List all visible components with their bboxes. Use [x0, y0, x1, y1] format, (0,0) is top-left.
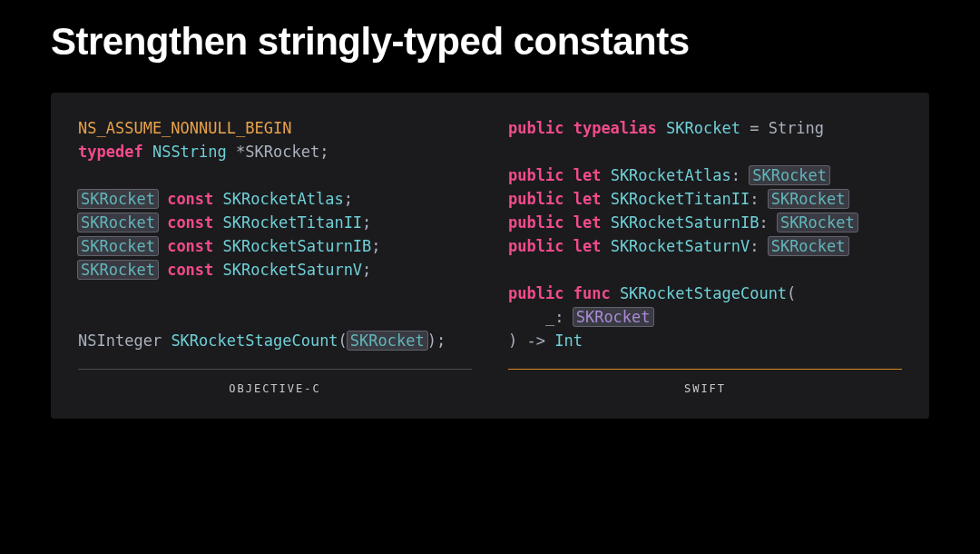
- objc-const-kw-2: const: [167, 237, 213, 255]
- objc-typedef-kw: typedef: [78, 143, 143, 161]
- swift-public-2: public: [508, 190, 564, 208]
- objc-const-type-0: SKRocket: [77, 189, 159, 209]
- swift-equals: =: [740, 119, 769, 137]
- objc-macro: NS_ASSUME_NONNULL_BEGIN: [78, 119, 291, 137]
- swift-public-4: public: [508, 237, 564, 255]
- objc-const-kw-1: const: [167, 213, 213, 232]
- swift-colon-2: :: [759, 213, 777, 232]
- swift-let-0: let: [573, 166, 602, 184]
- objc-const-3: SKRocketSaturnV: [223, 261, 363, 279]
- objc-rocket-type: SKRocket: [245, 143, 319, 161]
- swift-string: String: [769, 119, 824, 137]
- swift-divider: [508, 369, 902, 370]
- swift-open-paren: (: [787, 284, 796, 302]
- swift-const-3: SKRocketSaturnV: [611, 237, 750, 255]
- swift-colon-3: :: [750, 237, 768, 255]
- objc-const-type-1: SKRocket: [77, 213, 159, 232]
- swift-func-name: SKRocketStageCount: [620, 284, 787, 302]
- swift-param-type: SKRocket: [573, 307, 654, 327]
- swift-const-type-3: SKRocket: [768, 236, 849, 256]
- swift-colon-0: :: [731, 166, 750, 184]
- swift-const-1: SKRocketTitanII: [611, 190, 750, 208]
- objc-star: *: [236, 143, 245, 161]
- objc-const-0: SKRocketAtlas: [223, 190, 344, 208]
- swift-label: SWIFT: [508, 382, 902, 397]
- swift-public-5: public: [508, 284, 564, 302]
- objc-const-type-2: SKRocket: [77, 236, 159, 256]
- swift-public-3: public: [508, 213, 564, 232]
- objc-const-type-3: SKRocket: [77, 260, 159, 280]
- objc-nsinteger: NSInteger: [78, 331, 162, 350]
- swift-let-1: let: [573, 190, 602, 208]
- swift-const-0: SKRocketAtlas: [611, 166, 731, 184]
- objc-const-kw-0: const: [167, 190, 213, 208]
- swift-close-arrow: ) ->: [508, 331, 554, 350]
- code-panel: NS_ASSUME_NONNULL_BEGIN typedef NSString…: [51, 93, 929, 419]
- objc-const-kw-3: const: [167, 261, 213, 279]
- swift-underscore: _:: [545, 308, 573, 326]
- objc-semi-1: ;: [319, 143, 328, 161]
- swift-rocket-type: SKRocket: [666, 119, 740, 137]
- swift-let-2: let: [573, 213, 602, 232]
- swift-column: public typealias SKRocket = String publi…: [508, 116, 902, 397]
- objc-func: SKRocketStageCount: [171, 331, 338, 350]
- swift-code: public typealias SKRocket = String publi…: [508, 116, 902, 352]
- objc-column: NS_ASSUME_NONNULL_BEGIN typedef NSString…: [78, 116, 472, 397]
- slide-title: Strengthen stringly-typed constants: [0, 0, 980, 64]
- objc-nsstring: NSString: [152, 143, 227, 161]
- slide: Strengthen stringly-typed constants NS_A…: [0, 0, 980, 554]
- swift-let-3: let: [573, 237, 602, 255]
- swift-colon-1: :: [750, 190, 768, 208]
- objc-const-1: SKRocketTitanII: [223, 213, 363, 232]
- objc-param-type: SKRocket: [347, 331, 428, 351]
- swift-const-type-0: SKRocket: [749, 165, 830, 185]
- swift-int: Int: [554, 331, 583, 350]
- objc-const-semi-2: ;: [371, 237, 380, 255]
- objc-close-paren: );: [427, 331, 446, 350]
- swift-const-type-1: SKRocket: [768, 189, 849, 209]
- objc-const-semi-3: ;: [362, 261, 371, 279]
- objc-label: OBJECTIVE-C: [78, 382, 472, 397]
- objc-const-semi-0: ;: [344, 190, 353, 208]
- swift-const-type-2: SKRocket: [777, 213, 858, 232]
- swift-typealias-kw: typealias: [573, 119, 657, 137]
- swift-func-kw: func: [573, 284, 611, 302]
- objc-const-semi-1: ;: [362, 213, 371, 232]
- objc-code: NS_ASSUME_NONNULL_BEGIN typedef NSString…: [78, 116, 472, 352]
- swift-public-0: public: [508, 119, 564, 137]
- objc-divider: [78, 369, 472, 370]
- swift-public-1: public: [508, 166, 564, 184]
- objc-const-2: SKRocketSaturnIB: [223, 237, 372, 255]
- swift-const-2: SKRocketSaturnIB: [611, 213, 760, 232]
